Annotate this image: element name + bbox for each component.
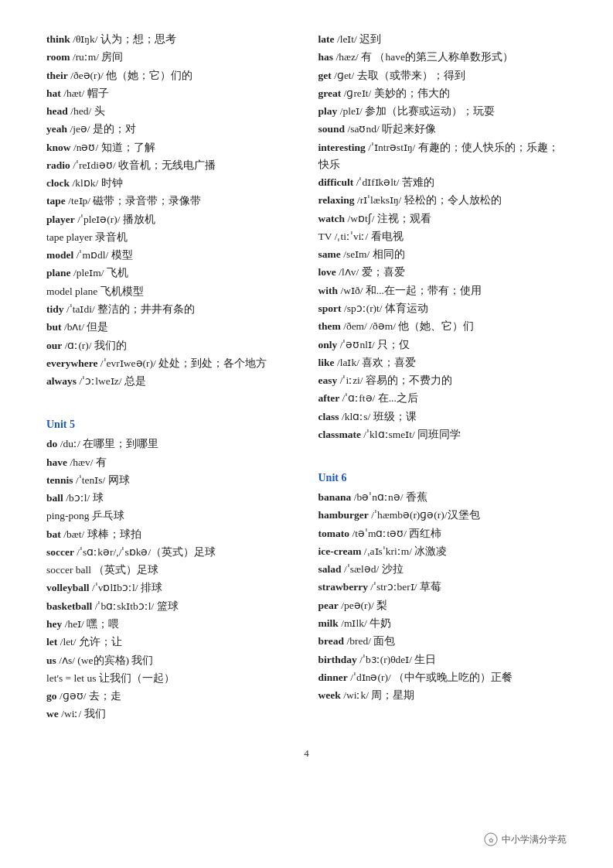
list-item: ball /bɔːl/ 球	[46, 490, 295, 507]
list-item: easy /ˈiːzi/ 容易的；不费力的	[318, 372, 567, 389]
list-item: hamburger /ˈhæmbə(r)ɡə(r)/汉堡包	[318, 507, 567, 524]
list-item: dinner /ˈdɪnə(r)/ （中午或晚上吃的）正餐	[318, 669, 567, 686]
list-item: we /wiː/ 我们	[46, 706, 295, 723]
right-entries-top: late /leɪt/ 迟到has /hæz/ 有 （have的第三人称单数形式…	[318, 31, 567, 443]
left-entries-top: think /θɪŋk/ 认为；想；思考room /ruːm/ 房间their …	[46, 31, 295, 390]
list-item: bread /bred/ 面包	[318, 633, 567, 650]
list-item: tape player 录音机	[46, 229, 295, 246]
list-item: get /ɡet/ 去取（或带来）；得到	[318, 67, 567, 84]
list-item: yeah /jeə/ 是的；对	[46, 121, 295, 138]
footer-text: 中小学满分学苑	[502, 833, 567, 846]
unit6-heading: Unit 6	[318, 472, 567, 484]
list-item: head /hed/ 头	[46, 103, 295, 120]
list-item: everywhere /ˈevrɪweə(r)/ 处处；到处；各个地方	[46, 355, 295, 372]
list-item: love /lʌv/ 爱；喜爱	[318, 264, 567, 281]
list-item: interesting /ˈɪntrəstɪŋ/ 有趣的；使人快乐的；乐趣；快乐	[318, 139, 567, 174]
list-item: our /ɑː(r)/ 我们的	[46, 337, 295, 354]
list-item: bat /bæt/ 球棒；球拍	[46, 526, 295, 543]
svg-text:✿: ✿	[489, 837, 494, 844]
list-item: ice-cream /ˌaɪsˈkriːm/ 冰激凌	[318, 543, 567, 560]
list-item: hat /hæt/ 帽子	[46, 85, 295, 102]
list-item: them /ðem/ /ðəm/ 他（她、它）们	[318, 318, 567, 335]
list-item: volleyball /ˈvɒlɪbɔːl/ 排球	[46, 579, 295, 596]
unit6-entries: banana /bəˈnɑːnə/ 香蕉hamburger /ˈhæmbə(r)…	[318, 489, 567, 704]
list-item: player /ˈpleɪə(r)/ 播放机	[46, 211, 295, 228]
list-item: go /ɡəʊ/ 去；走	[46, 688, 295, 705]
list-item: late /leɪt/ 迟到	[318, 31, 567, 48]
list-item: plane /pleɪm/ 飞机	[46, 265, 295, 282]
list-item: tomato /təˈmɑːtəʊ/ 西红柿	[318, 525, 567, 542]
list-item: hey /heɪ/ 嘿；喂	[46, 616, 295, 633]
list-item: clock /klɒk/ 时钟	[46, 175, 295, 192]
list-item: birthday /ˈbɜː(r)θdeɪ/ 生日	[318, 651, 567, 668]
footer-logo: ✿ 中小学满分学苑	[484, 832, 567, 846]
list-item: like /laɪk/ 喜欢；喜爱	[318, 354, 567, 371]
list-item: tidy /ˈtaɪdi/ 整洁的；井井有条的	[46, 301, 295, 318]
list-item: same /seɪm/ 相同的	[318, 246, 567, 263]
list-item: always /ˈɔːlweɪz/ 总是	[46, 373, 295, 390]
left-column: think /θɪŋk/ 认为；想；思考room /ruːm/ 房间their …	[46, 31, 295, 724]
list-item: great /ɡreɪt/ 美妙的；伟大的	[318, 85, 567, 102]
list-item: relaxing /rɪˈlæksɪŋ/ 轻松的；令人放松的	[318, 192, 567, 209]
list-item: basketball /ˈbɑːskɪtbɔːl/ 篮球	[46, 598, 295, 615]
list-item: watch /wɒtʃ/ 注视；观看	[318, 210, 567, 227]
logo-icon: ✿	[484, 832, 498, 846]
list-item: with /wɪð/ 和...在一起；带有；使用	[318, 282, 567, 299]
main-content: think /θɪŋk/ 认为；想；思考room /ruːm/ 房间their …	[46, 31, 567, 724]
list-item: classmate /ˈklɑːsmeɪt/ 同班同学	[318, 426, 567, 443]
unit5-heading: Unit 5	[46, 419, 295, 431]
list-item: tape /teɪp/ 磁带；录音带；录像带	[46, 193, 295, 210]
list-item: has /hæz/ 有 （have的第三人称单数形式）	[318, 49, 567, 66]
list-item: sound /saʊnd/ 听起来好像	[318, 121, 567, 138]
list-item: know /nəʊ/ 知道；了解	[46, 139, 295, 156]
list-item: week /wiːk/ 周；星期	[318, 687, 567, 704]
list-item: think /θɪŋk/ 认为；想；思考	[46, 31, 295, 48]
list-item: after /ˈɑːftə/ 在...之后	[318, 390, 567, 407]
list-item: only /ˈəʊnlɪ/ 只；仅	[318, 337, 567, 354]
list-item: model /ˈmɒdl/ 模型	[46, 247, 295, 264]
list-item: salad /ˈsæləd/ 沙拉	[318, 561, 567, 578]
unit5-entries: do /duː/ 在哪里；到哪里have /hæv/ 有tennis /ˈten…	[46, 436, 295, 723]
list-item: sport /spɔː(r)t/ 体育运动	[318, 300, 567, 317]
list-item: do /duː/ 在哪里；到哪里	[46, 436, 295, 453]
list-item: milk /mɪlk/ 牛奶	[318, 615, 567, 632]
list-item: play /pleɪ/ 参加（比赛或运动）；玩耍	[318, 103, 567, 120]
list-item: TV /ˌtiːˈviː/ 看电视	[318, 228, 567, 245]
list-item: radio /ˈreɪdiəʊ/ 收音机；无线电广播	[46, 157, 295, 174]
list-item: tennis /ˈtenɪs/ 网球	[46, 472, 295, 489]
page-number: 4	[46, 747, 567, 760]
list-item: banana /bəˈnɑːnə/ 香蕉	[318, 489, 567, 506]
list-item: ping-pong 乒乓球	[46, 507, 295, 525]
list-item: class /klɑːs/ 班级；课	[318, 408, 567, 425]
list-item: strawberry /ˈstrɔːberɪ/ 草莓	[318, 579, 567, 596]
list-item: but /bʌt/ 但是	[46, 319, 295, 336]
list-item: room /ruːm/ 房间	[46, 49, 295, 66]
list-item: soccer /ˈsɑːkər/,/ˈsɒkə/（英式）足球	[46, 544, 295, 561]
list-item: pear /peə(r)/ 梨	[318, 597, 567, 614]
right-column: late /leɪt/ 迟到has /hæz/ 有 （have的第三人称单数形式…	[318, 31, 567, 724]
list-item: let's = let us 让我们（一起）	[46, 670, 295, 687]
list-item: model plane 飞机模型	[46, 283, 295, 300]
list-item: let /let/ 允许；让	[46, 634, 295, 651]
list-item: have /hæv/ 有	[46, 454, 295, 471]
list-item: their /ðeə(r)/ 他（她；它）们的	[46, 67, 295, 84]
list-item: us /ʌs/ (we的宾格) 我们	[46, 652, 295, 669]
list-item: soccer ball （英式）足球	[46, 562, 295, 579]
list-item: difficult /ˈdɪfɪkəlt/ 苦难的	[318, 174, 567, 191]
